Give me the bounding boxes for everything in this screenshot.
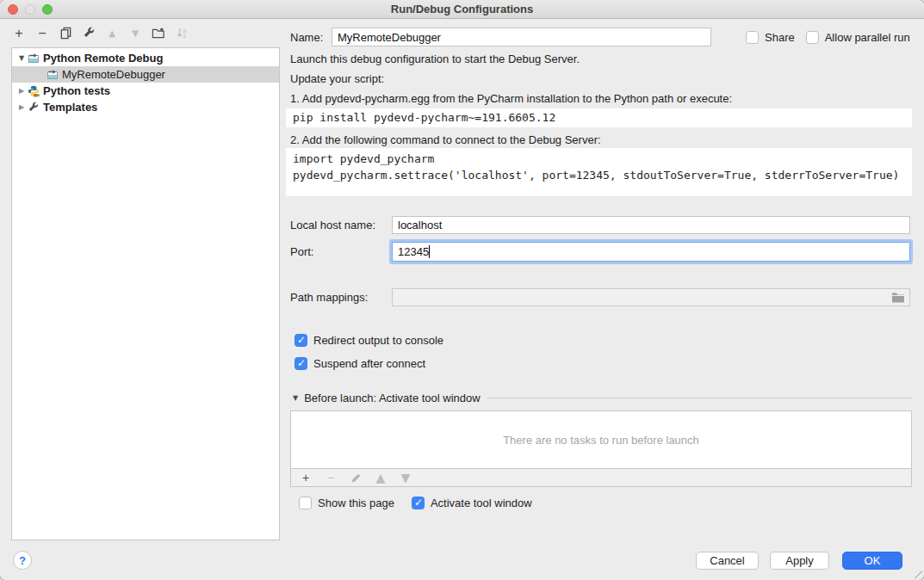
window-title: Run/Debug Configurations (391, 3, 533, 15)
sort-az-icon: az (176, 27, 189, 40)
path-mappings-input[interactable] (392, 288, 910, 306)
move-task-up-button[interactable]: ▲ (374, 471, 388, 484)
instruction-step-2: 2. Add the following command to connect … (290, 133, 601, 146)
instruction-line-1: Launch this debug configuration to start… (290, 52, 580, 65)
path-mappings-row: Path mappings: (290, 288, 910, 306)
name-label: Name: (290, 31, 332, 44)
before-launch-toolbar: + − ▲ ▼ (290, 469, 912, 487)
minus-icon: − (327, 471, 334, 484)
suspend-after-connect-label: Suspend after connect (313, 357, 425, 370)
text-cursor (429, 245, 430, 258)
before-launch-title: Before launch: Activate tool window (304, 392, 481, 404)
edit-config-button[interactable] (82, 27, 96, 40)
plus-icon: + (15, 27, 22, 40)
code-line-import: import pydevd_pycharm (293, 151, 905, 167)
local-host-row: Local host name: (290, 216, 910, 234)
activate-tool-window-label: Activate tool window (431, 497, 532, 509)
zoom-button[interactable] (42, 4, 53, 15)
minus-icon: − (38, 27, 46, 40)
suspend-after-connect-checkbox[interactable] (295, 357, 307, 370)
folder-add-icon (152, 27, 165, 40)
svg-text:z: z (183, 33, 185, 39)
port-row: Port: (290, 242, 910, 262)
page-options-row: Show this page Activate tool window (299, 497, 532, 509)
configurations-toolbar: + − ▲ ▼ az (0, 19, 284, 47)
instruction-line-2: Update your script: (290, 72, 384, 85)
move-up-button[interactable]: ▲ (105, 27, 119, 40)
path-mappings-label: Path mappings: (290, 291, 392, 304)
redirect-output-row: Redirect output to console (295, 334, 443, 347)
wrench-icon (28, 102, 40, 114)
close-button[interactable] (8, 4, 18, 15)
tree-item-myremotedebugger[interactable]: MyRemoteDebugger (12, 66, 279, 83)
triangle-down-icon: ▼ (401, 471, 411, 484)
python-tests-icon (28, 85, 40, 97)
pencil-icon (350, 472, 362, 484)
activate-tool-window-checkbox[interactable] (412, 497, 425, 509)
edit-task-button[interactable] (349, 471, 363, 484)
minimize-button[interactable] (25, 4, 35, 15)
move-task-down-button[interactable]: ▼ (399, 471, 412, 484)
wrench-icon (83, 27, 96, 40)
tree-item-label: Python tests (43, 84, 110, 97)
tree-item-python-remote-debug[interactable]: ▼ Python Remote Debug (12, 50, 279, 66)
run-debug-configurations-dialog: Run/Debug Configurations + − ▲ ▼ az ▼ Py… (0, 0, 924, 580)
remote-debug-icon (47, 69, 59, 81)
before-launch-header[interactable]: ▼ Before launch: Activate tool window (293, 392, 912, 404)
show-this-page-label: Show this page (318, 497, 394, 509)
share-label: Share (765, 31, 795, 44)
sort-configs-button[interactable]: az (175, 27, 189, 40)
section-divider (487, 398, 912, 398)
before-launch-empty-text: There are no tasks to run before launch (503, 434, 699, 447)
code-line-settrace: pydevd_pycharm.settrace('localhost', por… (293, 167, 905, 183)
ok-button[interactable]: OK (842, 552, 902, 570)
collapse-arrow-icon[interactable]: ▶ (16, 103, 28, 111)
settrace-code-block: import pydevd_pycharm pydevd_pycharm.set… (286, 148, 912, 196)
tree-item-label: Templates (43, 101, 97, 114)
cancel-button[interactable]: Cancel (696, 552, 759, 570)
new-folder-button[interactable] (152, 27, 165, 40)
copy-config-button[interactable] (59, 27, 72, 40)
plus-icon: + (302, 471, 309, 484)
add-config-button[interactable]: + (12, 27, 26, 40)
name-input[interactable] (332, 28, 711, 46)
pip-install-code: pip install pydevd-pycharm~=191.6605.12 (286, 108, 912, 127)
configurations-tree[interactable]: ▼ Python Remote Debug MyRemoteDebugger ▶… (11, 47, 280, 540)
allow-parallel-run-label: Allow parallel run (825, 31, 910, 44)
share-checkbox[interactable] (746, 31, 759, 44)
port-input[interactable] (392, 242, 910, 262)
apply-button[interactable]: Apply (770, 552, 829, 570)
instruction-step-1: 1. Add pydevd-pycharm.egg from the PyCha… (290, 92, 732, 105)
show-this-page-checkbox[interactable] (299, 497, 312, 509)
question-mark-icon: ? (19, 554, 26, 567)
local-host-label: Local host name: (290, 219, 392, 231)
suspend-after-connect-row: Suspend after connect (295, 357, 425, 370)
copy-icon (59, 27, 72, 40)
triangle-up-icon: ▲ (109, 27, 115, 40)
tree-item-label: MyRemoteDebugger (62, 68, 165, 81)
move-down-button[interactable]: ▼ (128, 27, 142, 40)
tree-item-templates[interactable]: ▶ Templates (12, 99, 279, 115)
redirect-output-label: Redirect output to console (313, 334, 443, 347)
resize-grip[interactable] (914, 570, 922, 578)
allow-parallel-run-checkbox[interactable] (806, 31, 819, 44)
expand-arrow-icon[interactable]: ▼ (16, 54, 28, 62)
remote-debug-icon (28, 52, 40, 65)
before-launch-task-list[interactable]: There are no tasks to run before launch (290, 410, 912, 469)
tree-item-python-tests[interactable]: ▶ Python tests (12, 83, 279, 99)
help-button[interactable]: ? (13, 551, 32, 570)
local-host-input[interactable] (392, 216, 910, 234)
triangle-up-icon: ▲ (376, 471, 386, 484)
title-bar: Run/Debug Configurations (0, 0, 924, 19)
remove-config-button[interactable]: − (35, 27, 49, 40)
redirect-output-checkbox[interactable] (295, 334, 307, 347)
collapse-arrow-icon[interactable]: ▶ (16, 87, 28, 95)
name-row: Name: Share Allow parallel run (290, 28, 913, 46)
collapse-section-icon[interactable]: ▼ (293, 394, 298, 402)
tree-item-label: Python Remote Debug (43, 52, 163, 65)
triangle-down-icon: ▼ (132, 27, 139, 40)
remove-task-button[interactable]: − (324, 471, 338, 484)
add-task-button[interactable]: + (299, 471, 313, 484)
port-label: Port: (290, 245, 392, 258)
folder-icon (891, 292, 905, 303)
